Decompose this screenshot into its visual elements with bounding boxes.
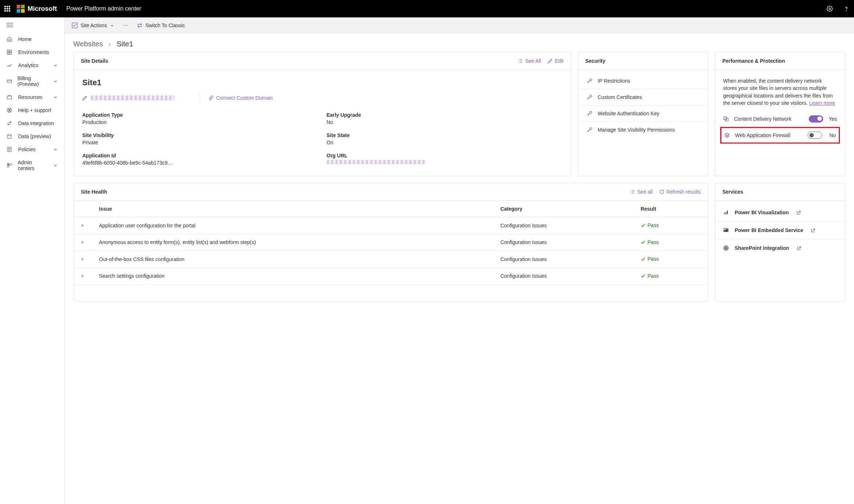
security-item-label: Manage Site Visibility Permissions	[598, 127, 675, 133]
svg-rect-22	[72, 23, 77, 28]
toggle-state: Yes	[828, 116, 837, 122]
sidebar-item-policies[interactable]: Policies	[0, 143, 64, 156]
key-icon	[586, 78, 593, 84]
health-see-all-label: See all	[637, 189, 653, 195]
visibility-label: Site Visibility	[82, 132, 318, 138]
sidebar-item-billing[interactable]: Billing (Preview)	[0, 72, 64, 91]
expand-row-button[interactable]	[74, 234, 92, 251]
category-cell: Configuration Issues	[494, 268, 634, 285]
sidebar-item-dataint[interactable]: Data integration	[0, 117, 64, 130]
svg-point-49	[725, 247, 727, 249]
svg-rect-19	[7, 164, 9, 165]
sidebar-item-environments[interactable]: Environments	[0, 46, 64, 59]
help-icon[interactable]	[843, 5, 850, 12]
external-link-icon	[796, 210, 801, 215]
svg-rect-9	[7, 80, 12, 83]
toggle-switch[interactable]	[809, 115, 823, 123]
sidebar-item-help[interactable]: Help + support	[0, 104, 64, 117]
svg-point-52	[726, 246, 726, 247]
issue-cell: Application user configuration for the p…	[92, 217, 494, 234]
connect-custom-domain-button[interactable]: Connect Custom Domain	[208, 95, 273, 101]
gear-icon[interactable]	[826, 5, 833, 12]
checkbox-icon	[72, 22, 78, 28]
table-row: Out-of-the-box CSS files configurationCo…	[74, 251, 708, 268]
expand-row-button[interactable]	[74, 217, 92, 234]
expand-row-button[interactable]	[74, 268, 92, 285]
key-icon	[586, 127, 593, 133]
sidebar-item-home[interactable]: Home	[0, 33, 64, 46]
help-icon	[7, 107, 13, 113]
more-actions-button[interactable]: ⋯	[121, 22, 130, 28]
see-all-button[interactable]: See All	[518, 58, 541, 64]
col-category[interactable]: Category	[494, 201, 634, 217]
org-url-redacted	[327, 160, 425, 164]
svg-rect-41	[724, 213, 725, 214]
table-row: Search settings configurationConfigurati…	[74, 268, 708, 285]
toggle-state: No	[826, 132, 836, 138]
switch-to-classic-button[interactable]: Switch To Classic	[137, 22, 185, 28]
sidebar-item-label: Help + support	[18, 107, 51, 113]
result-cell: Pass	[634, 234, 708, 251]
service-icon	[723, 227, 730, 233]
app-id-label: Application Id	[82, 153, 318, 158]
service-icon	[723, 210, 730, 215]
refresh-results-label: Refresh results	[667, 189, 701, 195]
issue-cell: Search settings configuration	[92, 268, 494, 285]
security-item[interactable]: Custom Certificates	[578, 89, 708, 106]
svg-rect-8	[10, 53, 12, 54]
site-actions-label: Site Actions	[81, 22, 107, 28]
sidebar-item-admincenters[interactable]: Admin centers	[0, 156, 64, 175]
sidebar-item-label: Data (preview)	[18, 133, 51, 139]
toggle-label: Web Application Firewall	[735, 132, 803, 138]
result-cell: Pass	[634, 251, 708, 268]
sidebar-item-resources[interactable]: Resources	[0, 91, 64, 104]
site-name: Site1	[82, 78, 562, 87]
key-icon	[586, 111, 593, 116]
org-url-label: Org URL	[327, 153, 562, 158]
service-item[interactable]: SharePoint Integration	[715, 239, 845, 257]
svg-point-0	[829, 8, 831, 10]
breadcrumb-root[interactable]: Websites	[73, 40, 103, 48]
sidebar-toggle-icon[interactable]	[0, 17, 64, 33]
early-upgrade-label: Early Upgrade	[327, 112, 562, 118]
site-details-title: Site Details	[81, 58, 108, 64]
service-item[interactable]: Power BI Embedded Service	[715, 222, 845, 239]
app-launcher-icon[interactable]	[4, 6, 10, 12]
dataint-icon	[7, 120, 13, 126]
expand-row-button[interactable]	[74, 251, 92, 268]
svg-rect-6	[10, 50, 12, 52]
toggle-switch[interactable]	[808, 132, 822, 139]
external-link-icon	[810, 228, 815, 233]
health-see-all-button[interactable]: See all	[630, 189, 653, 195]
category-cell: Configuration Issues	[494, 251, 634, 268]
security-item[interactable]: Manage Site Visibility Permissions	[578, 122, 708, 138]
pencil-icon[interactable]	[82, 95, 87, 100]
col-issue[interactable]: Issue	[92, 201, 494, 217]
sidebar-item-analytics[interactable]: Analytics	[0, 59, 64, 72]
site-health-title: Site Health	[81, 189, 107, 195]
app-type-value: Production	[82, 119, 318, 125]
svg-rect-45	[725, 230, 725, 231]
svg-rect-42	[726, 212, 726, 214]
sidebar-item-datapreview[interactable]: Data (preview)	[0, 130, 64, 143]
learn-more-link[interactable]: Learn more	[809, 100, 835, 106]
admincenters-icon	[7, 162, 13, 168]
site-actions-button[interactable]: Site Actions	[72, 22, 114, 28]
chevron-down-icon	[53, 163, 58, 168]
refresh-results-button[interactable]: Refresh results	[659, 189, 701, 195]
table-row: Application user configuration for the p…	[74, 217, 708, 234]
security-item[interactable]: Website Authentication Key	[578, 106, 708, 122]
external-link-icon	[796, 246, 801, 251]
site-health-table: Issue Category Result Application user c…	[74, 201, 708, 285]
site-state-label: Site State	[327, 132, 562, 138]
result-cell: Pass	[634, 217, 708, 234]
left-sidebar: HomeEnvironmentsAnalyticsBilling (Previe…	[0, 17, 65, 504]
service-label: Power BI Embedded Service	[735, 227, 803, 233]
edit-button[interactable]: Edit	[548, 58, 564, 64]
app-id-value: 49ef6f8b-6050-408b-be9c-54ab173c9…	[82, 160, 318, 166]
security-item[interactable]: IP Restrictions	[578, 73, 708, 89]
service-item[interactable]: Power BI Visualization	[715, 204, 845, 222]
col-result[interactable]: Result	[634, 201, 708, 217]
svg-point-50	[724, 248, 725, 248]
toggle-row-waf: Web Application FirewallNo	[720, 127, 840, 144]
